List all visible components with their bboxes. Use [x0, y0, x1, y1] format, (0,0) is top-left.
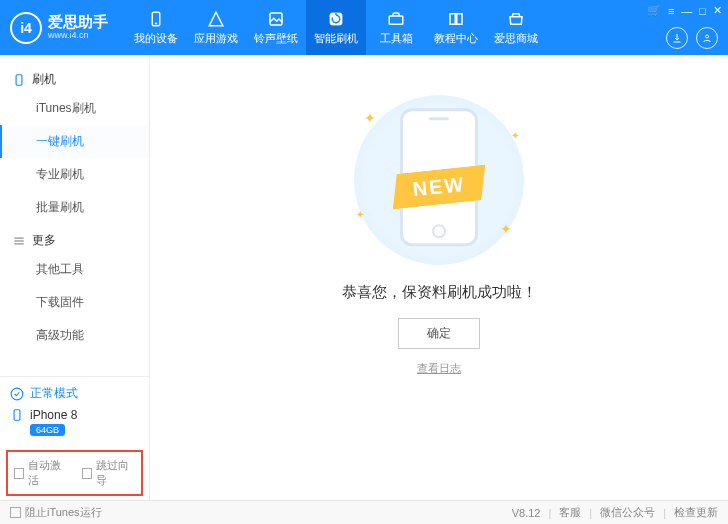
- svg-rect-2: [270, 13, 282, 25]
- device-block[interactable]: iPhone 8 64GB: [10, 408, 139, 436]
- view-log-link[interactable]: 查看日志: [417, 361, 461, 376]
- svg-point-5: [706, 35, 709, 38]
- storage-badge: 64GB: [30, 424, 65, 436]
- cart-icon[interactable]: 🛒: [647, 4, 661, 17]
- menu-icon[interactable]: ≡: [668, 5, 674, 17]
- top-nav: 我的设备 应用游戏 铃声壁纸 智能刷机 工具箱 教程中心 爱思商城: [126, 0, 546, 55]
- body: 刷机 iTunes刷机 一键刷机 专业刷机 批量刷机 更多 其他工具 下载固件 …: [0, 55, 728, 500]
- nav-label: 铃声壁纸: [254, 31, 298, 46]
- svg-rect-10: [14, 410, 20, 421]
- mode-label: 正常模式: [30, 385, 78, 402]
- store-icon: [506, 10, 526, 28]
- statusbar: 阻止iTunes运行 V8.12 | 客服 | 微信公众号 | 检查更新: [0, 500, 728, 524]
- checkbox-icon: [82, 468, 92, 479]
- sidebar-item-itunes-flash[interactable]: iTunes刷机: [0, 92, 149, 125]
- support-link[interactable]: 客服: [559, 505, 581, 520]
- nav-flash[interactable]: 智能刷机: [306, 0, 366, 55]
- version-label: V8.12: [512, 507, 541, 519]
- highlighted-options: 自动激活 跳过向导: [6, 450, 143, 496]
- brand-icon: i4: [10, 12, 42, 44]
- nav-ringtones[interactable]: 铃声壁纸: [246, 0, 306, 55]
- book-icon: [446, 10, 466, 28]
- nav-my-device[interactable]: 我的设备: [126, 0, 186, 55]
- wechat-link[interactable]: 微信公众号: [600, 505, 655, 520]
- sidebar-scroll: 刷机 iTunes刷机 一键刷机 专业刷机 批量刷机 更多 其他工具 下载固件 …: [0, 55, 149, 376]
- checkbox-label: 阻止iTunes运行: [25, 505, 102, 520]
- sidebar: 刷机 iTunes刷机 一键刷机 专业刷机 批量刷机 更多 其他工具 下载固件 …: [0, 55, 150, 500]
- svg-point-1: [155, 22, 157, 24]
- nav-label: 智能刷机: [314, 31, 358, 46]
- nav-label: 教程中心: [434, 31, 478, 46]
- sparkle-icon: ✦: [356, 209, 364, 220]
- maximize-icon[interactable]: □: [699, 5, 706, 17]
- user-button[interactable]: [696, 27, 718, 49]
- svg-rect-6: [16, 74, 22, 85]
- wallpaper-icon: [266, 10, 286, 28]
- category-label: 刷机: [32, 71, 56, 88]
- brand-text: 爱思助手 www.i4.cn: [48, 14, 108, 40]
- category-label: 更多: [32, 232, 56, 249]
- block-itunes-checkbox[interactable]: 阻止iTunes运行: [10, 505, 102, 520]
- nav-tutorials[interactable]: 教程中心: [426, 0, 486, 55]
- separator: |: [548, 507, 551, 519]
- success-message: 恭喜您，保资料刷机成功啦！: [342, 283, 537, 302]
- download-button[interactable]: [666, 27, 688, 49]
- titlebar-right-buttons: [666, 27, 718, 49]
- sparkle-icon: ✦: [511, 130, 519, 141]
- separator: |: [663, 507, 666, 519]
- device-name: iPhone 8: [30, 408, 77, 422]
- main-content: ✦ ✦ ✦ ✦ NEW 恭喜您，保资料刷机成功啦！ 确定 查看日志: [150, 55, 728, 500]
- nav-label: 工具箱: [380, 31, 413, 46]
- checkbox-label: 跳过向导: [96, 458, 135, 488]
- phone-icon: [146, 10, 166, 28]
- nav-toolbox[interactable]: 工具箱: [366, 0, 426, 55]
- brand: i4 爱思助手 www.i4.cn: [10, 12, 108, 44]
- sidebar-bottom: 正常模式 iPhone 8 64GB: [0, 376, 149, 444]
- checkbox-icon: [10, 507, 21, 518]
- phone-outline-icon: [12, 73, 26, 87]
- nav-label: 我的设备: [134, 31, 178, 46]
- sidebar-item-batch-flash[interactable]: 批量刷机: [0, 191, 149, 224]
- window-controls: 🛒 ≡ — □ ✕: [647, 4, 722, 17]
- auto-activate-checkbox[interactable]: 自动激活: [14, 458, 68, 488]
- category-more: 更多: [0, 224, 149, 253]
- sparkle-icon: ✦: [500, 221, 512, 237]
- sidebar-item-other-tools[interactable]: 其他工具: [0, 253, 149, 286]
- close-icon[interactable]: ✕: [713, 4, 722, 17]
- sidebar-item-advanced[interactable]: 高级功能: [0, 319, 149, 352]
- titlebar: i4 爱思助手 www.i4.cn 我的设备 应用游戏 铃声壁纸 智能刷机 工具…: [0, 0, 728, 55]
- toolbox-icon: [386, 10, 406, 28]
- nav-store[interactable]: 爱思商城: [486, 0, 546, 55]
- minimize-icon[interactable]: —: [681, 5, 692, 17]
- check-update-link[interactable]: 检查更新: [674, 505, 718, 520]
- sparkle-icon: ✦: [364, 110, 376, 126]
- mode-button[interactable]: 正常模式: [10, 385, 139, 402]
- sidebar-item-oneclick-flash[interactable]: 一键刷机: [0, 125, 149, 158]
- brand-url: www.i4.cn: [48, 31, 108, 41]
- nav-label: 爱思商城: [494, 31, 538, 46]
- ok-button[interactable]: 确定: [398, 318, 480, 349]
- nav-label: 应用游戏: [194, 31, 238, 46]
- skip-wizard-checkbox[interactable]: 跳过向导: [82, 458, 136, 488]
- refresh-icon: [326, 10, 346, 28]
- checkbox-label: 自动激活: [28, 458, 67, 488]
- sidebar-item-download-firmware[interactable]: 下载固件: [0, 286, 149, 319]
- nav-apps[interactable]: 应用游戏: [186, 0, 246, 55]
- success-illustration: ✦ ✦ ✦ ✦ NEW: [344, 95, 534, 265]
- brand-name: 爱思助手: [48, 14, 108, 31]
- category-flash: 刷机: [0, 63, 149, 92]
- more-icon: [12, 234, 26, 248]
- sidebar-item-pro-flash[interactable]: 专业刷机: [0, 158, 149, 191]
- separator: |: [589, 507, 592, 519]
- checkbox-icon: [14, 468, 24, 479]
- apps-icon: [206, 10, 226, 28]
- svg-rect-4: [389, 16, 403, 24]
